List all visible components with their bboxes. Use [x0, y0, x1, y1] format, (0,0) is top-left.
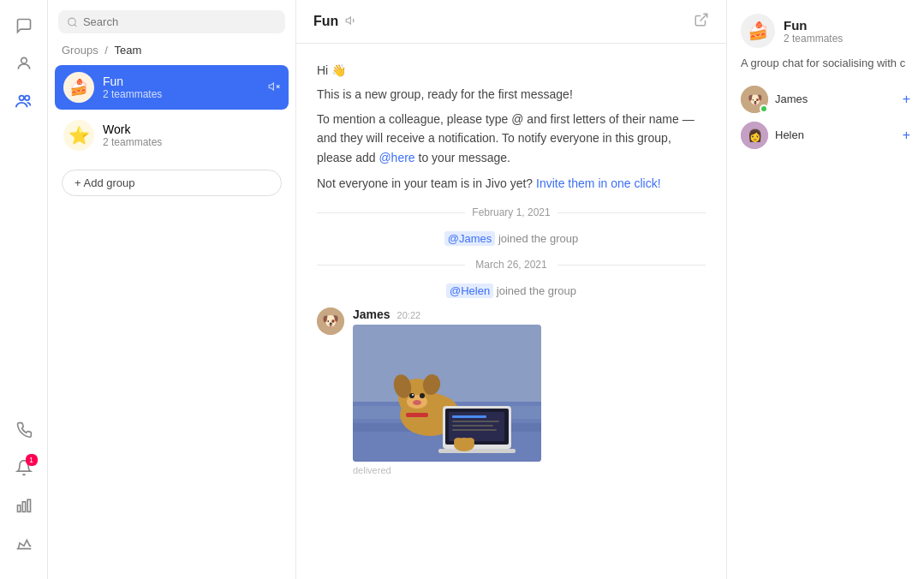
stats-icon[interactable] [9, 490, 39, 521]
share-icon[interactable] [694, 12, 709, 31]
group-item-work[interactable]: ⭐ Work 2 teammates [55, 113, 289, 158]
message-image-james[interactable] [353, 325, 541, 462]
crown-icon[interactable] [9, 528, 39, 558]
svg-rect-5 [27, 499, 30, 511]
chat-messages: Hi 👋 This is a new group, ready for the … [296, 44, 726, 579]
add-member-james-button[interactable]: + [903, 92, 910, 107]
svg-rect-26 [406, 413, 428, 417]
message-avatar-james: 🐶 [317, 307, 344, 335]
notification-badge: 1 [26, 454, 38, 466]
rp-teammates-count: 2 teammates [784, 33, 843, 45]
svg-rect-4 [22, 502, 25, 512]
svg-point-36 [454, 438, 462, 445]
welcome-message: Hi 👋 This is a new group, ready for the … [317, 61, 706, 193]
group-info-work: Work 2 teammates [103, 122, 280, 148]
group-teammates-fun: 2 teammates [103, 88, 259, 100]
rp-member-avatar-helen: 👩 [741, 122, 768, 149]
svg-point-0 [21, 57, 27, 63]
svg-rect-32 [452, 425, 493, 427]
main-chat: Fun Hi 👋 This is a new group, ready for … [296, 0, 727, 579]
online-indicator-james [760, 104, 768, 113]
svg-marker-7 [269, 82, 273, 89]
svg-rect-33 [452, 429, 497, 431]
rp-description: A group chat for socialising with c [741, 55, 910, 72]
greeting: Hi 👋 [317, 61, 706, 80]
invite-link[interactable]: Invite them in one click! [536, 176, 661, 190]
svg-point-23 [420, 393, 425, 398]
svg-text:🐶: 🐶 [322, 313, 339, 329]
icon-bar: 1 [0, 0, 48, 579]
svg-rect-3 [17, 505, 20, 512]
welcome-line1: This is a new group, ready for the first… [317, 85, 706, 104]
breadcrumb-parent[interactable]: Groups [62, 44, 98, 57]
rp-member-name-helen: Helen [775, 128, 896, 141]
message-sender-james: James [353, 307, 390, 321]
date-divider-mar: March 26, 2021 [317, 259, 706, 271]
search-icon [67, 16, 78, 28]
delivered-status: delivered [353, 465, 541, 475]
add-group-button[interactable]: + Add group [62, 170, 282, 196]
svg-point-2 [24, 96, 28, 101]
sidebar: Groups / Team 🍰 Fun 2 teammates ⭐ Work 2… [48, 0, 296, 579]
svg-rect-34 [438, 449, 516, 453]
breadcrumb: Groups / Team [48, 44, 295, 63]
mute-icon-fun[interactable] [268, 81, 280, 95]
svg-text:👩: 👩 [748, 128, 763, 143]
chat-icon[interactable] [9, 10, 39, 41]
svg-rect-30 [452, 415, 486, 418]
welcome-line3: Not everyone in your team is in Jivo yet… [317, 174, 706, 193]
group-avatar-fun: 🍰 [63, 72, 94, 103]
notifications-icon[interactable]: 1 [9, 452, 39, 483]
message-time-james: 20:22 [397, 310, 421, 320]
chat-mute-icon[interactable] [345, 15, 357, 29]
svg-point-22 [409, 393, 414, 398]
breadcrumb-current: Team [115, 44, 142, 57]
message-row-james: 🐶 James 20:22 [317, 307, 706, 475]
svg-rect-31 [452, 421, 499, 422]
chat-header: Fun [296, 0, 726, 44]
breadcrumb-sep: / [104, 44, 108, 57]
system-msg-james-joined: @James joined the group [317, 232, 706, 245]
svg-point-1 [19, 96, 24, 101]
group-name-work: Work [103, 122, 280, 136]
rp-header: 🍰 Fun 2 teammates [741, 14, 910, 48]
rp-member-james: 🐶 James + [741, 86, 910, 113]
add-member-helen-button[interactable]: + [903, 128, 910, 143]
svg-point-25 [413, 400, 421, 405]
group-teammates-work: 2 teammates [103, 136, 280, 148]
rp-member-name-james: James [775, 93, 896, 105]
group-avatar-work: ⭐ [63, 120, 94, 151]
search-bar[interactable] [58, 10, 285, 33]
date-divider-feb: February 1, 2021 [317, 206, 706, 218]
svg-point-24 [412, 394, 414, 396]
system-msg-helen-joined: @Helen joined the group [317, 284, 706, 297]
rp-member-avatar-wrap-helen: 👩 [741, 122, 768, 149]
chat-title: Fun [313, 14, 338, 29]
svg-marker-10 [346, 16, 350, 23]
rp-members-list: 🐶 James + 👩 Helen + [741, 86, 910, 149]
right-panel: 🍰 Fun 2 teammates A group chat for socia… [727, 0, 924, 579]
contacts-icon[interactable] [9, 48, 39, 79]
rp-group-name: Fun [784, 18, 843, 33]
welcome-line2: To mention a colleague, please type @ an… [317, 110, 706, 167]
rp-group-avatar: 🍰 [741, 14, 775, 48]
rp-member-helen: 👩 Helen + [741, 122, 910, 149]
svg-point-37 [466, 438, 474, 445]
group-name-fun: Fun [103, 75, 259, 88]
svg-point-6 [69, 18, 76, 26]
search-input[interactable] [83, 15, 277, 28]
groups-icon[interactable] [9, 86, 39, 116]
group-info-fun: Fun 2 teammates [103, 75, 259, 100]
phone-icon[interactable] [9, 415, 39, 445]
message-content-james: James 20:22 [353, 307, 541, 475]
group-item-fun[interactable]: 🍰 Fun 2 teammates [55, 65, 289, 110]
svg-text:🐶: 🐶 [748, 93, 763, 107]
rp-member-avatar-wrap-james: 🐶 [741, 86, 768, 113]
